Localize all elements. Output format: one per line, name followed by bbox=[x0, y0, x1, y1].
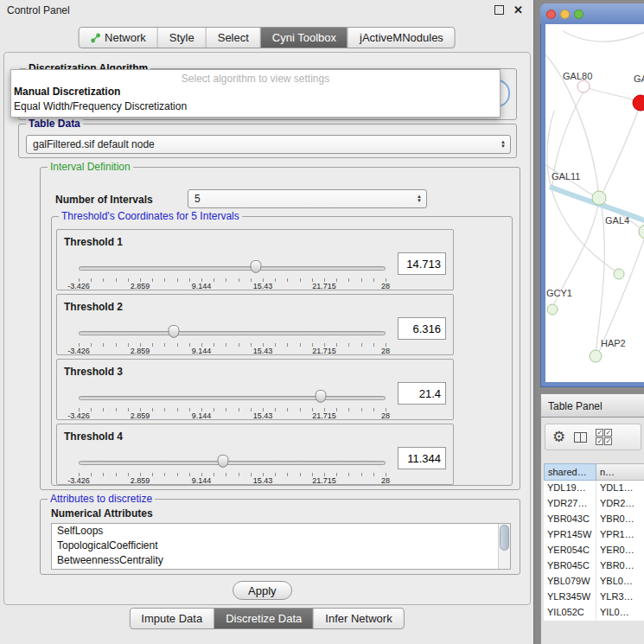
list-item[interactable]: BetweennessCentrality bbox=[52, 553, 510, 568]
gear-icon[interactable]: ⚙ bbox=[552, 430, 565, 444]
network-window-titlebar[interactable] bbox=[540, 3, 644, 24]
slider-thumb[interactable] bbox=[169, 325, 180, 338]
cell[interactable]: YBL0… bbox=[596, 574, 644, 590]
table-row[interactable]: YBR043CYBR0… bbox=[544, 512, 644, 527]
threshold-label: Threshold 4 bbox=[64, 430, 123, 443]
table-row[interactable]: YBL079WYBL0… bbox=[544, 574, 644, 590]
cell[interactable]: YPR145W bbox=[544, 527, 596, 543]
number-of-intervals-label: Number of Intervals bbox=[55, 194, 153, 206]
number-of-intervals-combobox[interactable]: 5 ▲▼ bbox=[188, 189, 427, 208]
table-panel: ⚙ ✓✓✓✓ shared… n… YDL19…YDL1… YDR27…YDR2… bbox=[540, 418, 644, 644]
minimize-traffic-light[interactable] bbox=[560, 10, 570, 19]
tab-impute-data[interactable]: Impute Data bbox=[130, 609, 214, 628]
node-mid[interactable] bbox=[614, 269, 624, 279]
select-columns-icon[interactable]: ✓✓✓✓ bbox=[596, 429, 615, 445]
scale-label: 9.144 bbox=[192, 476, 212, 485]
numerical-attributes-label: Numerical Attributes bbox=[51, 507, 153, 520]
cell[interactable]: YIL0… bbox=[596, 605, 644, 621]
desktop: Control Panel ✕ Network Style Select Cyn… bbox=[0, 0, 644, 644]
tab-jactivemnodules[interactable]: jActiveMNodules bbox=[348, 28, 455, 48]
tab-cyni-toolbox[interactable]: Cyni Toolbox bbox=[261, 28, 348, 48]
control-panel-window: Control Panel ✕ Network Style Select Cyn… bbox=[0, 0, 534, 644]
cell[interactable]: YBR045C bbox=[544, 558, 596, 574]
popup-option-manual-discretization[interactable]: Manual Discretization bbox=[11, 85, 500, 99]
cell[interactable]: YDR2… bbox=[596, 496, 644, 512]
node-hap2[interactable] bbox=[590, 350, 602, 362]
table-data-combobox[interactable]: galFiltered.sif default node ▲▼ bbox=[26, 135, 511, 154]
tab-discretize-data[interactable]: Discretize Data bbox=[214, 609, 314, 628]
column-header-shared-name[interactable]: shared… bbox=[544, 463, 596, 481]
cell[interactable]: YBR0… bbox=[596, 558, 644, 574]
list-item[interactable]: TopologicalCoefficient bbox=[52, 539, 510, 553]
cell[interactable]: YIL052C bbox=[544, 605, 596, 621]
slider-track[interactable] bbox=[79, 331, 386, 335]
table-row[interactable]: YBR045CYBR0… bbox=[544, 558, 644, 574]
threshold-panel-2: Threshold 2 -3.426 2.859 9.144 15.43 21.… bbox=[56, 294, 454, 355]
threshold-slider[interactable] bbox=[79, 392, 386, 406]
threshold-value-input[interactable] bbox=[398, 317, 446, 340]
cell[interactable]: YDL19… bbox=[544, 481, 596, 496]
close-traffic-light[interactable] bbox=[546, 10, 556, 19]
tab-network[interactable]: Network bbox=[79, 28, 158, 48]
cell[interactable]: YER054C bbox=[544, 543, 596, 558]
zoom-traffic-light[interactable] bbox=[574, 10, 583, 19]
network-view-window: GAL80 GA GAL11 GAL4 GCY1 HAP2 bbox=[540, 3, 644, 387]
columns-icon[interactable] bbox=[574, 432, 587, 443]
scrollbar-thumb[interactable] bbox=[500, 525, 509, 551]
tab-label: Infer Network bbox=[325, 612, 392, 625]
slider-track[interactable] bbox=[79, 461, 386, 465]
node-selected-red[interactable] bbox=[633, 95, 644, 111]
threshold-value-input[interactable] bbox=[398, 447, 446, 469]
table-row[interactable]: YPR145WYPR1… bbox=[544, 527, 644, 543]
node-gal4[interactable] bbox=[592, 191, 606, 205]
top-tabstrip: Network Style Select Cyni Toolbox jActiv… bbox=[78, 27, 456, 48]
tab-style[interactable]: Style bbox=[158, 28, 207, 48]
slider-track[interactable] bbox=[79, 396, 386, 400]
cell[interactable]: YER0… bbox=[596, 543, 644, 558]
table-data-group: Table Data galFiltered.sif default node … bbox=[18, 124, 517, 158]
scale-label: 2.859 bbox=[131, 411, 150, 420]
table-row[interactable]: YDR27…YDR2… bbox=[544, 496, 644, 512]
table-row[interactable]: YLR345WYLR3… bbox=[544, 590, 644, 605]
popup-option-equal-width-frequency[interactable]: Equal Width/Frequency Discretization bbox=[11, 99, 500, 114]
threshold-slider[interactable] bbox=[79, 457, 386, 471]
vertical-scrollbar[interactable] bbox=[498, 524, 510, 569]
cell[interactable]: YBR043C bbox=[544, 512, 596, 527]
threshold-value-input[interactable] bbox=[398, 382, 446, 405]
node-gcy1[interactable] bbox=[547, 304, 558, 315]
group-title: Threshold's Coordinates for 5 Intervals bbox=[59, 210, 242, 222]
cell[interactable]: YBR0… bbox=[596, 512, 644, 527]
slider-thumb[interactable] bbox=[217, 455, 228, 468]
cell[interactable]: YLR3… bbox=[596, 590, 644, 605]
table-row[interactable]: YIL052CYIL0… bbox=[544, 605, 644, 621]
column-header-name[interactable]: n… bbox=[596, 463, 644, 481]
node-gal80[interactable] bbox=[577, 80, 590, 92]
scale-label: 21.715 bbox=[312, 282, 336, 290]
cell[interactable]: YDR27… bbox=[544, 496, 596, 512]
cell[interactable]: YDL1… bbox=[596, 481, 644, 496]
combobox-value: galFiltered.sif default node bbox=[33, 138, 155, 150]
algorithm-dropdown-popup: Select algorithm to view settings Manual… bbox=[10, 69, 501, 118]
threshold-slider[interactable] bbox=[79, 328, 386, 341]
node-table: shared… n… YDL19…YDL1… YDR27…YDR2… YBR04… bbox=[544, 463, 644, 621]
tab-infer-network[interactable]: Infer Network bbox=[314, 609, 403, 628]
tab-select[interactable]: Select bbox=[207, 28, 261, 48]
slider-track[interactable] bbox=[79, 266, 386, 271]
table-row[interactable]: YDL19…YDL1… bbox=[544, 481, 644, 496]
table-row[interactable]: YER054CYER0… bbox=[544, 543, 644, 558]
cell[interactable]: YLR345W bbox=[544, 590, 596, 605]
apply-button[interactable]: Apply bbox=[233, 581, 292, 600]
float-window-icon[interactable] bbox=[494, 5, 504, 15]
tab-label: Network bbox=[105, 31, 146, 44]
close-icon[interactable]: ✕ bbox=[513, 5, 523, 15]
list-item[interactable]: SelfLoops bbox=[52, 524, 510, 539]
node-label: GAL80 bbox=[563, 71, 592, 81]
slider-thumb[interactable] bbox=[316, 390, 327, 403]
network-canvas[interactable]: GAL80 GA GAL11 GAL4 GCY1 HAP2 bbox=[545, 24, 644, 382]
threshold-value-input[interactable] bbox=[398, 252, 446, 275]
table-header-row: shared… n… bbox=[544, 463, 644, 481]
threshold-slider[interactable] bbox=[79, 263, 386, 277]
slider-thumb[interactable] bbox=[250, 260, 261, 273]
cell[interactable]: YBL079W bbox=[544, 574, 596, 590]
cell[interactable]: YPR1… bbox=[596, 527, 644, 543]
